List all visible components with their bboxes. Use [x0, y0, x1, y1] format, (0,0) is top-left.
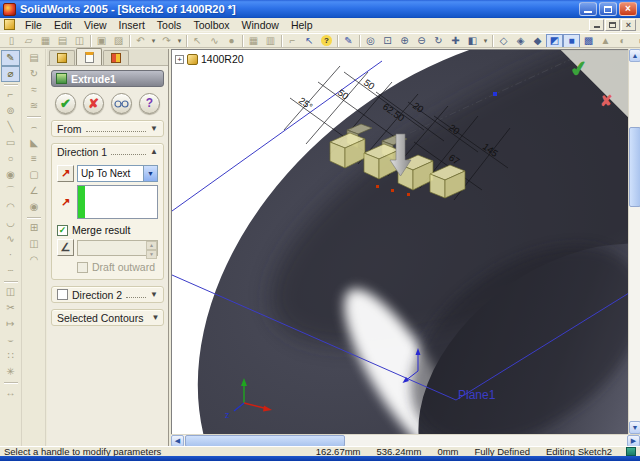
menu-item-file[interactable]: File: [19, 18, 48, 32]
close-button[interactable]: ×: [619, 2, 637, 16]
child-restore-button[interactable]: [605, 19, 620, 31]
linear-pattern-feature-button[interactable]: ⊞: [25, 220, 44, 236]
hidden-lines-visible-button[interactable]: ◈: [512, 34, 529, 48]
camera-button[interactable]: ◑: [631, 34, 640, 48]
zoom-selection-button[interactable]: ⊖: [413, 34, 430, 48]
sketch-entity-button[interactable]: ∿: [206, 34, 223, 48]
centerline-tool-button[interactable]: ┄: [1, 263, 20, 279]
loft-button[interactable]: ≋: [25, 98, 44, 114]
menu-item-edit[interactable]: Edit: [48, 18, 78, 32]
mirror-entities-button[interactable]: ◫: [1, 284, 20, 300]
convert-entities-button[interactable]: ⌐: [1, 87, 20, 103]
draft-outward-checkbox[interactable]: [77, 262, 88, 273]
section-view-button[interactable]: ▲: [597, 34, 614, 48]
units-button[interactable]: ▥: [262, 34, 279, 48]
standard-views-dropdown[interactable]: ▾: [481, 34, 490, 48]
menu-item-window[interactable]: Window: [236, 18, 285, 32]
direction2-group-header[interactable]: Direction 2 ▼: [52, 287, 163, 302]
selection-filter-button[interactable]: ↖: [301, 34, 318, 48]
wireframe-button[interactable]: ◇: [495, 34, 512, 48]
smart-dimension-button[interactable]: ⌀: [1, 66, 20, 82]
rib-button[interactable]: ≡: [25, 151, 44, 167]
print-button[interactable]: ▤: [54, 34, 71, 48]
vertical-scroll-thumb[interactable]: [629, 127, 640, 207]
confirm-cancel-icon[interactable]: ✘: [600, 92, 613, 109]
point-tool-button[interactable]: ·: [1, 247, 20, 263]
trim-entities-button[interactable]: ✂: [1, 300, 20, 316]
chamfer-button[interactable]: ◣: [25, 135, 44, 151]
help-button[interactable]: ?: [318, 34, 335, 48]
copy-button[interactable]: ▣: [93, 34, 110, 48]
tangent-arc-button[interactable]: ◠: [1, 199, 20, 215]
line-tool-button[interactable]: ╲: [1, 119, 20, 135]
sketch-tool-button[interactable]: ✎: [1, 50, 20, 66]
menu-item-help[interactable]: Help: [285, 18, 319, 32]
revolve-boss-button[interactable]: ↻: [25, 66, 44, 82]
shaded-with-edges-button[interactable]: ◩: [546, 34, 563, 48]
end-condition-combo[interactable]: Up To Next ▼: [77, 165, 158, 182]
minimize-button[interactable]: [579, 2, 597, 16]
document-system-icon[interactable]: [4, 19, 15, 30]
dome-button[interactable]: ◠: [25, 252, 44, 268]
menu-item-tools[interactable]: Tools: [151, 18, 188, 32]
undo-button[interactable]: ↶: [132, 34, 149, 48]
menu-item-toolbox[interactable]: Toolbox: [187, 18, 235, 32]
ok-button[interactable]: ✔: [55, 93, 76, 114]
circle-tool-button[interactable]: ○: [1, 151, 20, 167]
merge-result-checkbox[interactable]: ✓: [57, 225, 68, 236]
direction2-checkbox[interactable]: [57, 289, 68, 300]
fillet-sketch-button[interactable]: ⌣: [1, 332, 20, 348]
scroll-down-icon[interactable]: ▼: [629, 421, 640, 434]
perimeter-circle-button[interactable]: ◉: [1, 167, 20, 183]
sketch-endpoint[interactable]: [493, 92, 497, 96]
offset-entities-button[interactable]: ⊚: [1, 103, 20, 119]
new-button[interactable]: ▯: [3, 34, 20, 48]
graphics-viewport[interactable]: 25° 50 50 62.50 20 20 145 67: [171, 49, 628, 434]
shell-button[interactable]: ▢: [25, 167, 44, 183]
redo-dropdown[interactable]: ▾: [175, 34, 184, 48]
from-group-header[interactable]: From ▼: [52, 121, 163, 136]
combo-dropdown-icon[interactable]: ▼: [143, 166, 157, 181]
save-button[interactable]: ▦: [37, 34, 54, 48]
centerpoint-arc-button[interactable]: ⌒: [1, 183, 20, 199]
draft-angle-button[interactable]: ∠: [57, 239, 74, 256]
restore-button[interactable]: [599, 2, 617, 16]
plane1-label[interactable]: Plane1: [458, 388, 496, 402]
open-button[interactable]: ▱: [20, 34, 37, 48]
select-button[interactable]: ↖: [189, 34, 206, 48]
rotate-view-button[interactable]: ↻: [430, 34, 447, 48]
zoom-area-button[interactable]: ⊡: [379, 34, 396, 48]
shadows-button[interactable]: ▩: [580, 34, 597, 48]
print-preview-button[interactable]: ◫: [71, 34, 88, 48]
spinner-up-icon[interactable]: ▲: [146, 241, 157, 250]
realview-button[interactable]: ◐: [614, 34, 631, 48]
hidden-lines-removed-button[interactable]: ◆: [529, 34, 546, 48]
circular-pattern-button[interactable]: ✳: [1, 364, 20, 380]
draft-angle-field[interactable]: ▲▼: [77, 240, 158, 256]
paste-button[interactable]: ▨: [110, 34, 127, 48]
spline-tool-button[interactable]: ∿: [1, 231, 20, 247]
options-button[interactable]: ⌐: [284, 34, 301, 48]
reverse-direction-button[interactable]: ↗: [57, 165, 74, 182]
direction1-group-header[interactable]: Direction 1 ▲: [52, 144, 163, 159]
redo-button[interactable]: ↷: [158, 34, 175, 48]
horizontal-scrollbar[interactable]: ◀ ▶: [171, 434, 640, 446]
pm-help-button[interactable]: ?: [139, 93, 160, 114]
standard-views-button[interactable]: ◧: [464, 34, 481, 48]
zoom-in-out-button[interactable]: ⊕: [396, 34, 413, 48]
tree-expand-icon[interactable]: +: [175, 55, 184, 64]
linear-pattern-button[interactable]: ∷: [1, 348, 20, 364]
child-close-button[interactable]: ×: [621, 19, 636, 31]
menu-item-view[interactable]: View: [78, 18, 113, 32]
grid-button[interactable]: ▦: [245, 34, 262, 48]
propertymanager-tab[interactable]: [76, 48, 102, 65]
draft-button[interactable]: ∠: [25, 183, 44, 199]
three-point-arc-button[interactable]: ◡: [1, 215, 20, 231]
shaded-button[interactable]: ■: [563, 34, 580, 48]
cancel-button[interactable]: ✘: [83, 93, 104, 114]
detailed-preview-button[interactable]: [111, 93, 132, 114]
sketch-button[interactable]: ✎: [340, 34, 357, 48]
extrude-boss-button[interactable]: ▤: [25, 50, 44, 66]
hole-wizard-button[interactable]: ◉: [25, 199, 44, 215]
rectangle-tool-button[interactable]: ▭: [1, 135, 20, 151]
